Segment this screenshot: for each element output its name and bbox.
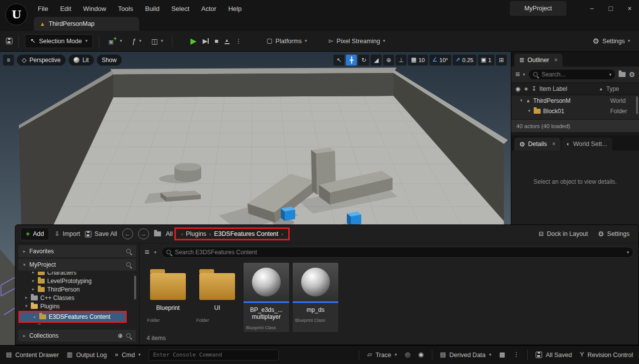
cmd-dropdown[interactable]: » Cmd ▾ <box>115 352 141 359</box>
close-icon[interactable]: × <box>554 57 558 63</box>
column-item-label[interactable]: Item Label <box>540 85 596 92</box>
tree-scrollbar[interactable] <box>134 276 136 299</box>
maximize-button[interactable]: □ <box>601 0 620 17</box>
back-button[interactable]: ← <box>122 228 133 239</box>
lit-dropdown[interactable]: Lit <box>69 55 94 66</box>
asset-tile-mp-ds[interactable]: mp_ds Blueprint Class <box>292 262 339 333</box>
settings-dropdown[interactable]: ⚙ Settings ▾ <box>590 35 633 47</box>
tree-item-cpp-classes[interactable]: ▸ C++ Classes <box>18 293 136 302</box>
breadcrumb-all[interactable]: All <box>166 230 173 237</box>
viewport-menu-button[interactable]: ≡ <box>3 55 14 66</box>
add-button[interactable]: + Add <box>20 227 49 240</box>
save-icon[interactable] <box>6 38 12 44</box>
tab-third-person-map[interactable]: ▲ ThirdPersonMap <box>34 17 139 31</box>
camera-speed-control[interactable]: ▣ 1 <box>478 55 494 66</box>
save-all-button[interactable]: Save All <box>85 230 117 237</box>
eject-button[interactable]: ▲ <box>225 38 230 44</box>
output-log-button[interactable]: ▥ Output Log <box>67 352 107 359</box>
console-command-input[interactable] <box>153 352 274 358</box>
blueprints-dropdown[interactable]: ƒ ▾ <box>129 35 145 47</box>
insights-icon[interactable]: ◎ <box>405 352 410 358</box>
menu-build[interactable]: Build <box>139 0 165 17</box>
blue-cube-2[interactable] <box>347 212 361 226</box>
blue-cube-1[interactable] <box>281 207 295 221</box>
collections-header[interactable]: ▸ Collections ⊕ <box>18 330 136 342</box>
gear-icon[interactable]: ⚙ <box>629 71 635 78</box>
cinematics-dropdown[interactable]: ◫ ▾ <box>149 36 166 47</box>
eye-icon[interactable]: ◉ <box>515 86 520 92</box>
asset-search-input[interactable] <box>175 249 625 256</box>
browse-folder-icon[interactable] <box>154 231 161 236</box>
select-tool[interactable]: ↖ <box>333 55 344 66</box>
asset-search[interactable]: ▾ <box>161 247 634 258</box>
scale-tool[interactable]: ◢ <box>371 55 382 66</box>
folder-tile-ui[interactable]: UI Folder <box>194 262 240 333</box>
unreal-logo[interactable]: U <box>5 3 27 25</box>
all-saved-button[interactable]: All Saved <box>536 352 572 359</box>
tab-outliner[interactable]: ≣ Outliner × <box>514 54 562 67</box>
grid-snap-control[interactable]: ▦ 10 <box>408 55 428 66</box>
add-actor-dropdown[interactable]: ▣+ ▾ <box>105 35 125 47</box>
tree-item-thirdperson[interactable]: ▸ ThirdPerson <box>18 285 136 293</box>
pixel-streaming-dropdown[interactable]: ▻ Pixel Streaming ▾ <box>326 36 389 47</box>
surface-snap-toggle[interactable]: ⊥ <box>396 55 406 66</box>
grid-status-icon[interactable]: ▩ <box>499 352 505 358</box>
menu-edit[interactable]: Edit <box>54 0 77 17</box>
dock-in-layout-button[interactable]: ⊟ Dock in Layout <box>539 230 588 237</box>
menu-select[interactable]: Select <box>165 0 195 17</box>
tree-item-plugins[interactable]: ▾ Plugins <box>18 302 136 310</box>
content-drawer-button[interactable]: ▤ Content Drawer <box>6 352 59 359</box>
myproject-header[interactable]: ▾ MyProject <box>18 259 136 271</box>
screenshot-icon[interactable]: ◉ <box>418 352 424 358</box>
menu-window[interactable]: Window <box>77 0 112 17</box>
outliner-search-input[interactable] <box>542 71 607 78</box>
trace-button[interactable]: ▱ Trace ▾ <box>367 352 397 359</box>
close-button[interactable]: × <box>620 0 639 17</box>
stop-button[interactable]: ■ <box>215 38 219 44</box>
tab-details[interactable]: ⚙ Details × <box>514 138 560 150</box>
platforms-dropdown[interactable]: ▢ Platforms ▾ <box>264 36 310 47</box>
rotate-tool[interactable]: ↻ <box>358 55 369 66</box>
tree-item-levelprototyping[interactable]: ▸ LevelPrototyping <box>18 277 136 285</box>
breadcrumb-e3ds-content[interactable]: E3DSFeatures Content <box>214 230 278 237</box>
world-space-toggle[interactable]: ⊕ <box>383 55 394 66</box>
expander-icon[interactable]: ▾ <box>527 109 531 113</box>
pin-icon[interactable]: ↧ <box>532 86 537 92</box>
rotation-snap-control[interactable]: ∠ 10° <box>429 55 451 66</box>
close-icon[interactable]: × <box>552 141 556 147</box>
outliner-search[interactable]: ▾ <box>528 69 616 80</box>
maximize-viewport-button[interactable]: ⊞ <box>496 55 507 66</box>
scale-snap-control[interactable]: ⇗ 0.25 <box>453 55 477 66</box>
filter-icon[interactable]: ≡ <box>145 248 149 256</box>
derived-data-button[interactable]: ▤ Derived Data ▾ <box>440 352 491 359</box>
expander-icon[interactable]: ▾ <box>519 98 523 103</box>
show-dropdown[interactable]: Show <box>97 55 122 66</box>
search-icon[interactable] <box>126 333 132 339</box>
folder-tile-blueprint[interactable]: Blueprint Folder <box>145 262 191 333</box>
import-button[interactable]: ⇩ Import <box>54 230 80 237</box>
kebab-icon[interactable]: ⋮ <box>513 352 520 358</box>
breadcrumb-plugins[interactable]: Plugins <box>186 230 206 237</box>
menu-file[interactable]: File <box>32 0 54 17</box>
outliner-scrollbar[interactable] <box>636 96 638 114</box>
add-folder-icon[interactable] <box>619 72 626 77</box>
selection-mode-dropdown[interactable]: ↖ Selection Mode ▾ <box>25 34 93 48</box>
console-command-box[interactable] <box>149 350 279 361</box>
play-options-kebab[interactable]: ⋮ <box>236 38 242 44</box>
outliner-row-world[interactable]: ▾ ▲ ThirdPersonM World <box>511 95 639 106</box>
search-icon[interactable] <box>126 248 132 255</box>
skip-button[interactable]: ▶ <box>203 38 209 44</box>
move-tool[interactable]: ╋ <box>346 55 357 66</box>
tree-item-e3dsfeatures-cpp-classes[interactable]: ▸ E3DSFeatures C++ Classes <box>18 323 136 324</box>
add-collection-icon[interactable]: ⊕ <box>118 333 123 339</box>
modified-icon[interactable]: ∗ <box>523 86 528 92</box>
filter-icon[interactable]: ≡ <box>515 71 520 78</box>
column-type[interactable]: Type <box>606 85 635 92</box>
tree-item-characters[interactable]: ▸ Characters <box>18 272 136 277</box>
asset-tile-bp-e3ds-multiplayer[interactable]: BP_e3ds_... multiplayer Blueprint Class <box>243 262 290 333</box>
menu-help[interactable]: Help <box>222 0 247 17</box>
favorites-header[interactable]: ▸ Favorites <box>18 245 136 257</box>
cylinder-prop[interactable] <box>174 163 201 182</box>
perspective-dropdown[interactable]: ◇ Perspective <box>17 55 66 66</box>
play-button[interactable]: ▶ <box>190 37 196 45</box>
